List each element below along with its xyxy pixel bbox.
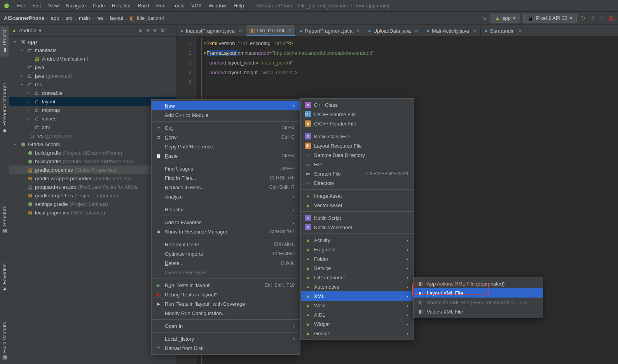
menu-tools[interactable]: Tools [169, 2, 187, 10]
editor-tab[interactable]: ◧title_bar.xml✕ [246, 25, 296, 36]
menu-item[interactable]: ◧Layout XML File [414, 288, 543, 298]
tree-node-java-gen[interactable]: ›🗀java(generated) [9, 71, 176, 80]
menu-item[interactable]: ▭Directory [301, 178, 414, 188]
menu-run[interactable]: Run [153, 2, 169, 10]
menu-refactor[interactable]: Refactor [109, 2, 134, 10]
build-icon[interactable]: ↘ [481, 15, 487, 21]
menu-help[interactable]: Help [230, 2, 247, 10]
expand-all-icon[interactable]: ≡ [147, 28, 150, 33]
menu-icon[interactable]: ≡ [599, 15, 605, 21]
menu-item[interactable]: ↻Reload from Disk [152, 343, 300, 353]
menu-item[interactable]: KKotlin Worksheet [301, 223, 414, 232]
menu-item[interactable]: ▲Widget› [301, 319, 414, 329]
sidebar-tab-structure[interactable]: ▤Structure [0, 202, 9, 237]
menu-item[interactable]: KKotlin Class/File [301, 132, 414, 141]
context-menu[interactable]: New›Add C++ to Module✂CutCtrl+X⧉CopyCtrl… [151, 99, 300, 355]
menu-item[interactable]: Reformat CodeCtrl+Alt+L [152, 240, 300, 249]
sidebar-tab-project[interactable]: ▮Project [0, 26, 9, 56]
crumb-src[interactable]: src [66, 15, 72, 21]
menu-item[interactable]: ◧App Actions XML File (deprecated) [414, 279, 543, 288]
menu-edit[interactable]: Edit [29, 2, 44, 10]
menu-item[interactable]: ▲Automotive› [301, 282, 414, 291]
menu-item[interactable]: Replace in Files...Ctrl+Shift+R [152, 183, 300, 192]
xml-submenu[interactable]: ◧App Actions XML File (deprecated)◧Layou… [413, 277, 543, 318]
menu-item[interactable]: ▲UiComponent› [301, 273, 414, 282]
tree-node-res[interactable]: ▾🗀res [9, 80, 176, 89]
menu-window[interactable]: Window [206, 2, 230, 10]
close-icon[interactable]: ✕ [239, 28, 242, 33]
menu-item[interactable]: ▲Google› [301, 329, 414, 338]
menu-item[interactable]: Copy Path/Reference... [152, 142, 300, 151]
menu-item[interactable]: ▲Fragment› [301, 245, 414, 254]
tree-node-manifests[interactable]: ▾🗀manifests [9, 46, 176, 54]
menu-build[interactable]: Build [135, 2, 152, 10]
menu-view[interactable]: View [45, 2, 62, 10]
sidebar-tab-build-variants[interactable]: ▦Build Variants [0, 319, 9, 364]
sidebar-tab-favorites[interactable]: ★Favorites [0, 260, 9, 295]
menu-item[interactable]: Open In› [152, 321, 300, 331]
close-icon[interactable]: ✕ [356, 28, 360, 33]
collapse-all-icon[interactable]: ≡ [153, 28, 156, 33]
menu-item[interactable]: 📋PasteCtrl+V [152, 151, 300, 160]
menu-item[interactable]: Local History› [152, 334, 300, 343]
menu-item[interactable]: ▲AIDL› [301, 310, 414, 319]
chevron-down-icon[interactable]: ▾ [39, 28, 42, 33]
menu-item[interactable]: Add to Favorites› [152, 218, 300, 227]
menu-item[interactable]: ▲Image Asset [301, 191, 414, 200]
menu-item[interactable]: ▲Activity› [301, 235, 414, 245]
apply-changes-icon[interactable]: ⟳ [589, 15, 595, 21]
run-config-selector[interactable]: ▲ app ▾ [491, 14, 520, 23]
menu-code[interactable]: Code [90, 2, 108, 10]
tree-node-app[interactable]: ▾▣app [9, 37, 176, 46]
device-selector[interactable]: 📱 Pixel 2 API 30 ▾ [523, 14, 577, 23]
menu-file[interactable]: File [14, 2, 28, 10]
crumb-main[interactable]: main [79, 15, 90, 21]
editor-tab[interactable]: ●ReportFragment.java✕ [296, 25, 364, 36]
menu-item[interactable]: Add C++ to Module [152, 110, 300, 120]
hide-icon[interactable]: — [169, 28, 174, 33]
menu-navigate[interactable]: Navigate [63, 2, 89, 10]
crumb-app[interactable]: app [51, 15, 59, 21]
crumb-root[interactable]: AiScannerPhone [4, 15, 44, 21]
tree-node-manifest-file[interactable]: ▤AndroidManifest.xml [9, 54, 176, 63]
view-selector[interactable]: Android [19, 28, 37, 33]
crumb-file[interactable]: title_bar.xml [137, 15, 164, 21]
close-icon[interactable]: ✕ [288, 28, 292, 33]
select-opened-file-icon[interactable]: ⊕ [138, 28, 143, 33]
menu-vcs[interactable]: VCS [188, 2, 205, 10]
sidebar-tab-resource-manager[interactable]: ◆Resource Manager [0, 80, 9, 137]
editor-tab[interactable]: ●UploadData.java✕ [364, 25, 422, 36]
menu-item[interactable]: ◧Values XML File [414, 307, 543, 316]
menu-item[interactable]: ▲Folder› [301, 254, 414, 263]
menu-item[interactable]: Find in Files...Ctrl+Shift+F [152, 173, 300, 183]
menu-item[interactable]: KKotlin Script [301, 213, 414, 223]
new-submenu[interactable]: SC++ Classc++C/C++ Source FilehC/C++ Hea… [300, 98, 414, 340]
menu-item[interactable]: ▲Vector Asset [301, 200, 414, 210]
close-icon[interactable]: ✕ [518, 28, 522, 33]
editor-tab[interactable]: ●MainActivity.java✕ [422, 25, 481, 36]
menu-item[interactable]: c++C/C++ Source File [301, 110, 414, 119]
crumb-layout[interactable]: layout [110, 15, 124, 21]
menu-item[interactable]: ⧉CopyCtrl+C [152, 132, 300, 142]
close-icon[interactable]: ✕ [415, 28, 418, 33]
crumb-res[interactable]: res [96, 15, 103, 21]
menu-item[interactable]: 🐞Debug 'Tests in 'layout'' [152, 290, 300, 299]
settings-icon[interactable]: ⚙ [160, 28, 165, 33]
menu-item[interactable]: Analyze› [152, 192, 300, 201]
menu-item[interactable]: ▲Service› [301, 263, 414, 273]
menu-item[interactable]: Delete...Delete [152, 258, 300, 268]
menu-item[interactable]: ▶Run 'Tests in 'layout'' with Coverage [152, 299, 300, 308]
menu-item[interactable]: Modify Run Configuration... [152, 308, 300, 318]
tree-node-java[interactable]: ›🗀java [9, 63, 176, 71]
menu-item[interactable]: hC/C++ Header File [301, 119, 414, 128]
menu-item[interactable]: ▭Scratch FileCtrl+Alt+Shift+Insert [301, 169, 414, 178]
tree-node-drawable[interactable]: ›🗀drawable [9, 89, 176, 97]
menu-item[interactable]: Find UsagesAlt+F7 [152, 164, 300, 173]
menu-item[interactable]: ▭Sample Data Directory [301, 150, 414, 160]
menu-item[interactable]: Optimize ImportsCtrl+Alt+O [152, 249, 300, 258]
close-icon[interactable]: ✕ [473, 28, 477, 33]
menu-item[interactable]: ◧Layout Resource File [301, 141, 414, 150]
editor-tab[interactable]: ●InquestFragment.java✕ [176, 25, 246, 36]
menu-item[interactable]: ◆Show In Resource ManagerCtrl+Shift+T [152, 227, 300, 236]
menu-item[interactable]: ▭File [301, 160, 414, 169]
